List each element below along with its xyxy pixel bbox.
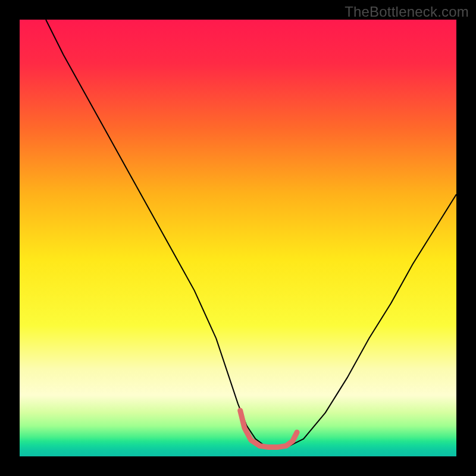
chart-frame: TheBottleneck.com	[0, 0, 476, 476]
watermark-text: TheBottleneck.com	[345, 4, 469, 20]
plot-background	[20, 20, 456, 456]
bottleneck-chart	[0, 0, 476, 476]
